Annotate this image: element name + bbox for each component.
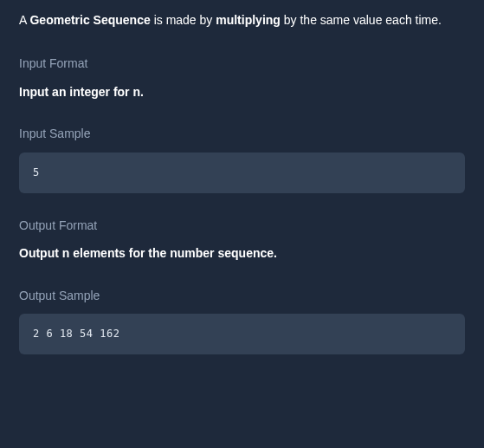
- output-sample-code: 2 6 18 54 162: [19, 314, 465, 354]
- output-format-label: Output Format: [19, 216, 465, 235]
- intro-text-suffix: by the same value each time.: [281, 13, 442, 27]
- intro-text-prefix: A: [19, 13, 29, 27]
- output-format-text: Output n elements for the number sequenc…: [19, 243, 465, 263]
- input-format-text: Input an integer for n.: [19, 82, 465, 101]
- input-format-label: Input Format: [19, 54, 465, 73]
- intro-term-geometric-sequence: Geometric Sequence: [29, 13, 150, 27]
- input-sample-code: 5: [19, 153, 465, 193]
- output-sample-label: Output Sample: [19, 286, 465, 305]
- intro-paragraph: A Geometric Sequence is made by multiply…: [19, 10, 465, 29]
- intro-term-multiplying: multiplying: [216, 13, 281, 27]
- intro-text-mid: is made by: [151, 13, 216, 27]
- input-sample-label: Input Sample: [19, 124, 465, 143]
